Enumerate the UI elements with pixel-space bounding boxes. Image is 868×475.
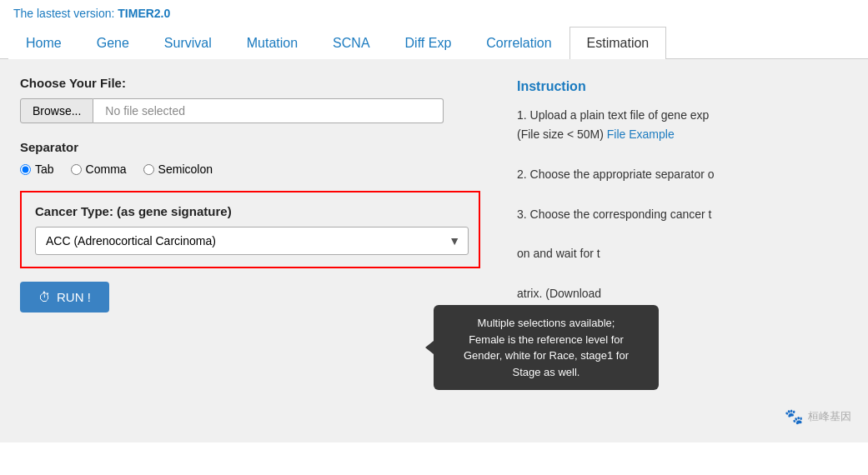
file-name-display: No file selected xyxy=(93,98,444,123)
radio-comma-input[interactable] xyxy=(71,164,82,175)
instruction-line-2: 2. Choose the appropriate separator o xyxy=(517,165,851,185)
version-bar: The lastest version: TIMER2.0 xyxy=(0,0,868,27)
radio-semicolon-label: Semicolon xyxy=(158,162,213,176)
instruction-line-4: on and wait for t xyxy=(517,244,851,264)
tab-scna[interactable]: SCNA xyxy=(315,27,387,59)
main-content: Choose Your File: Browse... No file sele… xyxy=(0,59,868,442)
run-button[interactable]: ⏱ RUN ! xyxy=(20,282,109,312)
file-input-row: Browse... No file selected xyxy=(20,98,480,123)
version-number: TIMER2.0 xyxy=(118,7,170,20)
tab-survival[interactable]: Survival xyxy=(147,27,229,59)
radio-tab-label: Tab xyxy=(35,162,54,176)
tooltip-arrow xyxy=(425,341,434,354)
browse-button[interactable]: Browse... xyxy=(20,98,93,123)
tooltip-text: Multiple selections available;Female is … xyxy=(464,317,629,378)
run-button-label: RUN ! xyxy=(57,290,91,304)
radio-comma-label: Comma xyxy=(86,162,127,176)
tab-gene[interactable]: Gene xyxy=(79,27,147,59)
tab-home[interactable]: Home xyxy=(8,27,79,59)
run-clock-icon: ⏱ xyxy=(38,290,51,304)
instruction-line-1: 1. Upload a plain text file of gene exp … xyxy=(517,106,851,146)
radio-group: Tab Comma Semicolon xyxy=(20,162,480,176)
file-section-label: Choose Your File: xyxy=(20,76,480,90)
version-prefix: The lastest version: xyxy=(13,7,118,20)
cancer-type-section: Cancer Type: (as gene signature) ACC (Ad… xyxy=(20,191,480,268)
tab-mutation[interactable]: Mutation xyxy=(229,27,315,59)
radio-semicolon[interactable]: Semicolon xyxy=(143,162,213,176)
watermark: 🐾 桓峰基因 xyxy=(785,408,851,426)
watermark-text: 桓峰基因 xyxy=(808,409,851,424)
watermark-icon: 🐾 xyxy=(785,408,803,426)
radio-comma[interactable]: Comma xyxy=(71,162,127,176)
tab-correlation[interactable]: Correlation xyxy=(469,27,569,59)
separator-label: Separator xyxy=(20,140,480,154)
left-panel: Choose Your File: Browse... No file sele… xyxy=(0,59,500,442)
cancer-type-select[interactable]: ACC (Adrenocortical Carcinoma)BLCA (Blad… xyxy=(35,227,469,255)
radio-tab[interactable]: Tab xyxy=(20,162,54,176)
cancer-type-label: Cancer Type: (as gene signature) xyxy=(35,204,465,218)
file-example-link[interactable]: File Example xyxy=(607,128,675,141)
instruction-text: 1. Upload a plain text file of gene exp … xyxy=(517,106,851,304)
instruction-line-5: atrix. (Download xyxy=(517,284,851,304)
instruction-title: Instruction xyxy=(517,76,851,98)
instruction-line-3: 3. Choose the corresponding cancer t xyxy=(517,205,851,225)
tab-diffexp[interactable]: Diff Exp xyxy=(388,27,469,59)
cancer-type-select-wrapper: ACC (Adrenocortical Carcinoma)BLCA (Blad… xyxy=(35,227,469,255)
tooltip-popup: Multiple selections available;Female is … xyxy=(434,305,659,390)
separator-section: Separator Tab Comma Semicolon xyxy=(20,140,480,176)
tab-estimation[interactable]: Estimation xyxy=(569,27,667,59)
nav-tabs: Home Gene Survival Mutation SCNA Diff Ex… xyxy=(0,27,868,59)
radio-tab-input[interactable] xyxy=(20,164,31,175)
radio-semicolon-input[interactable] xyxy=(143,164,154,175)
